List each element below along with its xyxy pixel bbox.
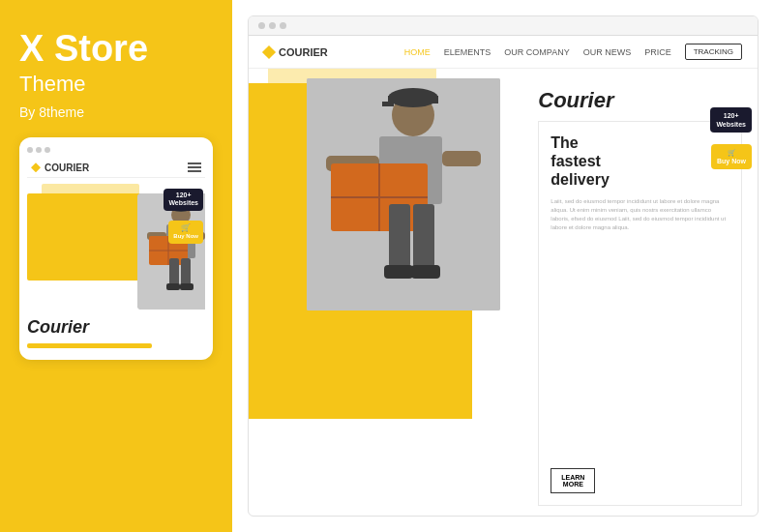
learn-more-button[interactable]: LEARNMORE (551, 468, 595, 493)
mobile-nav-logo: COURIER (31, 163, 89, 173)
nav-tracking-button[interactable]: TRACKING (685, 44, 742, 60)
svg-rect-10 (169, 258, 179, 285)
badge-buy-label: Buy Now (173, 233, 198, 241)
site-logo: COURIER (264, 46, 328, 58)
badge-buy-desktop[interactable]: 🛒 Buy Now (711, 144, 752, 169)
svg-rect-25 (389, 204, 410, 267)
browser-dot-1 (27, 147, 33, 153)
hamburger-menu[interactable] (188, 163, 201, 172)
svg-rect-27 (384, 265, 413, 279)
chrome-dot-2 (269, 22, 276, 29)
app-author: By 8theme (19, 104, 213, 120)
nav-link-elements[interactable]: ELEMENTS (444, 47, 491, 57)
mobile-mockup: COURIER (19, 137, 213, 360)
desktop-cart-icon: 🛒 (717, 148, 746, 157)
site-hero: Courier Thefastestdelivery Laiit, sed do… (249, 69, 758, 516)
badge-buy-mobile[interactable]: 🛒 Buy Now (168, 221, 203, 244)
courier-person-image (137, 193, 205, 310)
site-content: COURIER HOME ELEMENTS OUR COMPANY OUR NE… (249, 36, 758, 516)
cart-icon: 🛒 (173, 223, 198, 233)
badge-websites-label: Websites (168, 199, 198, 207)
hero-left (249, 69, 528, 516)
hamburger-line-1 (188, 163, 201, 164)
nav-link-news[interactable]: OUR NEWS (583, 47, 632, 57)
svg-rect-18 (382, 102, 394, 106)
desktop-person-svg (307, 78, 500, 310)
badge-websites-mobile: 120+ Websites (164, 189, 203, 211)
app-subtitle: Theme (19, 72, 213, 97)
browser-dot-2 (36, 147, 42, 153)
hero-content-box: Thefastestdelivery Laiit, sed do eiusmod… (538, 121, 742, 506)
badge-websites-desktop: 120+ Websites (710, 107, 752, 133)
hero-lorem-text: Laiit, sed do eiusmod tempor incididunt … (551, 197, 729, 460)
hamburger-line-3 (188, 170, 201, 172)
person-svg (137, 193, 205, 310)
mobile-yellow-bar (27, 343, 152, 348)
hero-courier-image (307, 78, 500, 310)
mobile-logo-text: COURIER (45, 163, 89, 173)
mobile-nav: COURIER (27, 159, 205, 178)
nav-link-price[interactable]: PRICE (644, 47, 671, 57)
app-title: X Store (19, 29, 213, 70)
svg-rect-21 (442, 151, 481, 166)
right-panel: COURIER HOME ELEMENTS OUR COMPANY OUR NE… (232, 0, 774, 532)
mobile-courier-title: Courier (27, 317, 205, 338)
desktop-badge-number: 120+ (716, 111, 746, 120)
chrome-dot-1 (258, 22, 265, 29)
hero-right: Courier Thefastestdelivery Laiit, sed do… (528, 69, 758, 516)
hero-fastest-delivery: Thefastestdelivery (551, 133, 729, 190)
desktop-badge-label: Websites (716, 120, 746, 129)
site-nav: COURIER HOME ELEMENTS OUR COMPANY OUR NE… (249, 36, 758, 69)
mobile-hero: 120+ Websites 🛒 Buy Now (27, 184, 205, 310)
svg-rect-28 (411, 265, 440, 279)
logo-diamond-icon (262, 44, 276, 58)
browser-dots (27, 147, 205, 153)
svg-rect-12 (166, 283, 180, 290)
nav-link-home[interactable]: HOME (404, 47, 431, 57)
svg-rect-26 (413, 204, 434, 267)
nav-links: HOME ELEMENTS OUR COMPANY OUR NEWS PRICE… (404, 44, 742, 60)
svg-rect-13 (180, 283, 194, 290)
left-panel: X Store Theme By 8theme COURIER (0, 0, 232, 532)
badge-websites-number: 120+ (168, 192, 198, 199)
chrome-dot-3 (280, 22, 286, 29)
svg-rect-17 (388, 96, 438, 103)
browser-chrome (249, 16, 758, 36)
svg-rect-11 (181, 258, 191, 285)
desktop-buy-label: Buy Now (717, 157, 746, 165)
courier-logo-icon (31, 163, 41, 172)
nav-link-company[interactable]: OUR COMPANY (504, 47, 569, 57)
browser-dot-3 (45, 147, 50, 153)
site-logo-text: COURIER (279, 46, 328, 58)
desktop-mockup: COURIER HOME ELEMENTS OUR COMPANY OUR NE… (248, 15, 759, 517)
hamburger-line-2 (188, 166, 201, 168)
